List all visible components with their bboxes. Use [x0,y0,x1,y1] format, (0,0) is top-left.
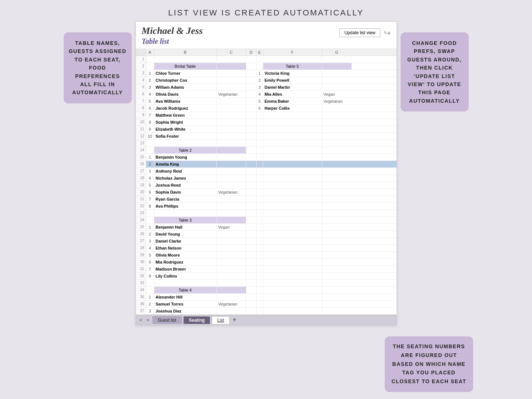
cell-c-food [217,161,246,167]
cell-a: 3 [146,168,154,174]
cell-d [246,301,257,307]
cell-a [146,210,154,216]
cell-e: 5 [257,98,263,105]
cell-b-name: Samuel Torres [154,301,217,307]
cell-f-name [263,168,322,174]
cell-e [257,259,263,265]
seating-tab[interactable]: Seating [183,316,210,324]
cell-b-name [154,210,217,216]
row-number: 13 [136,140,146,146]
cell-e [257,112,263,119]
cell-a: 8 [146,273,154,279]
cell-b-name: Sofia Foster [154,133,217,140]
cell-a: 4 [146,91,154,98]
cell-a: 3 [146,308,154,314]
table-row: 108Sophia Wright [136,119,397,126]
cell-f-name: Victoria King [263,70,322,77]
cell-c-food [217,140,246,146]
cell-g-food [322,182,352,188]
cell-g-food [322,189,352,195]
table-row: 373Joashua Diaz [136,308,397,315]
update-list-view-button[interactable]: Update list view [339,28,380,37]
table-row: 1210Sofia Foster [136,133,397,140]
cell-d [246,273,257,279]
cell-a: 3 [146,238,154,244]
cell-f-name [263,161,322,167]
cell-f-name: Emma Baker [263,98,322,105]
cell-c-food [217,56,246,63]
cell-c-food [217,175,246,181]
row-number: 3 [136,70,146,77]
cell-b-name: Madison Brown [154,266,217,272]
cell-c-food [217,210,246,216]
cell-g-food [322,210,352,216]
cell-g-food [322,259,352,265]
cell-a: 5 [146,182,154,188]
cell-g-food [322,273,352,279]
cell-a: 1 [146,154,154,160]
cell-e [257,161,263,167]
cell-b-name [154,280,217,286]
cell-b-name: Ava Phillips [154,203,217,209]
cell-f-name [263,56,322,63]
cell-d [246,70,257,77]
col-header-f: F [263,49,322,56]
guest-list-tab[interactable]: Guest list [152,316,182,324]
cell-e [257,280,263,286]
cell-f-name [263,266,322,272]
main-layout: TABLE NAMES, GUESTS ASSIGNED TO EACH SEA… [0,21,532,325]
cell-a: 6 [146,105,154,112]
cell-d [246,252,257,258]
cell-g-food [322,175,352,181]
cell-g-food [322,196,352,202]
cell-c-food: Vegan [217,224,246,230]
cell-b-name: Chloe Turner [154,70,217,77]
cell-g-food [322,126,352,133]
cell-c-food: Vegetarian [217,91,246,98]
cell-b-name: Lily Collins [154,273,217,279]
section-header-row: 24Table 3 [136,217,397,224]
cell-d [246,161,257,167]
list-tab[interactable]: List [212,316,230,324]
table-row: 195Joshua Reed [136,182,397,189]
cell-c-food [217,196,246,202]
cell-e [257,203,263,209]
nav-prev-button[interactable]: < [138,317,144,323]
cell-f-name [263,308,322,314]
cell-e [257,168,263,174]
cell-f-name: Harper Collis [263,105,322,112]
row-number: 36 [136,301,146,307]
cell-g-food [322,301,352,307]
table-row: 86Jacob Rodriguez6Harper Collis [136,105,397,112]
cell-b-name: Benjamin Hall [154,224,217,230]
row-number: 22 [136,203,146,209]
cell-a: 6 [146,259,154,265]
cell-g-food [322,308,352,314]
row-number: 15 [136,154,146,160]
cell-e: 6 [257,105,263,112]
add-sheet-button[interactable]: + [231,316,238,324]
nav-next-button[interactable]: > [145,317,151,323]
cell-a: 4 [146,245,154,251]
table-row: 206Sophia DavisVegetarian [136,189,397,196]
table-row: 53William Adams3Daniel Martin [136,84,397,91]
cell-c-food [217,294,246,300]
column-headers: A B C D E F G [136,49,397,56]
cell-e: 4 [257,91,263,98]
cell-a [146,280,154,286]
sheet-title-section: Michael & Jess Table list Update list vi… [136,22,397,49]
cell-e [257,196,263,202]
cell-a: 7 [146,196,154,202]
cell-d [246,308,257,314]
cell-f-name [263,182,322,188]
row-number: 30 [136,259,146,265]
cell-g-food [322,77,352,84]
cell-e [257,119,263,126]
table-row: 184Nicholas James [136,175,397,182]
cell-c-food [217,105,246,112]
cell-c-food [217,133,246,140]
cell-f-name: Daniel Martin [263,84,322,91]
cell-g-food [322,84,352,91]
cell-g-food [322,266,352,272]
table-row: 228Ava Phillips [136,203,397,210]
